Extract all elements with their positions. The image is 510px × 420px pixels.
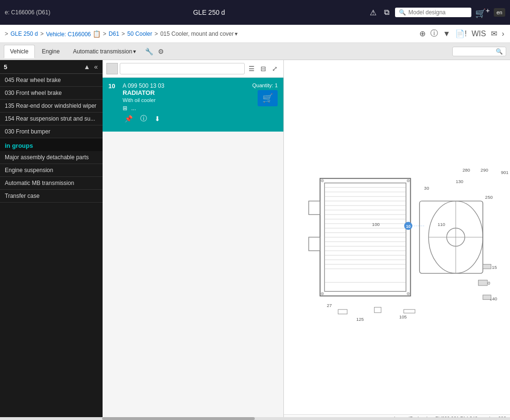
download-btn[interactable]: ⬇ — [153, 114, 162, 123]
sidebar-section-header: in groups — [0, 138, 103, 151]
svg-rect-27 — [309, 201, 320, 215]
diagram-panel: 280 290 901 130 30 250 10 110 100 15 40 … — [284, 60, 510, 420]
svg-rect-54 — [479, 280, 488, 286]
breadcrumb-current-dropdown[interactable]: 015 Cooler, mount and cover ▾ — [160, 31, 238, 37]
steering-icon-btn[interactable]: ⚙ — [156, 46, 166, 57]
svg-text:27: 27 — [327, 303, 332, 308]
svg-rect-28 — [309, 237, 320, 251]
tab-vehicle[interactable]: Vehicle — [4, 45, 35, 58]
svg-text:105: 105 — [399, 314, 407, 319]
sidebar-item-2[interactable]: 135 Rear-end door windshield wiper — [0, 100, 103, 113]
sidebar-group-2[interactable]: Automatic MB transmission — [0, 177, 103, 190]
diagram-area: 280 290 901 130 30 250 10 110 100 15 40 … — [284, 60, 510, 414]
dots: ... — [131, 105, 136, 112]
breadcrumb-cooler[interactable]: 50 Cooler — [127, 31, 152, 37]
filter-icon-btn[interactable]: ▼ — [442, 29, 451, 39]
svg-point-50 — [321, 292, 324, 295]
breadcrumb-sep: > — [5, 31, 8, 37]
chevron-down-icon-tab: ▾ — [133, 48, 136, 55]
sidebar-group-0[interactable]: Major assembly detachable parts — [0, 151, 103, 164]
breadcrumb-vehicle[interactable]: Vehicle: C166006 📋 — [46, 30, 100, 38]
model-search-input[interactable] — [408, 9, 466, 16]
breadcrumb-gle[interactable]: GLE 250 d — [10, 31, 38, 37]
search-icon-tab: 🔍 — [496, 48, 503, 55]
language-button[interactable]: en — [494, 8, 505, 17]
part-action-buttons: 📌 ⓘ ⬇ — [123, 113, 248, 124]
tab-bar: Vehicle Engine Automatic transmission ▾ … — [0, 43, 510, 60]
breadcrumb: > GLE 250 d > Vehicle: C166006 📋 > D61 >… — [0, 25, 510, 43]
cart-button[interactable]: 🛒+ — [475, 6, 490, 19]
center-panel: ☰ ⊟ ⤢ 10 A 099 500 13 03 RADIATOR With o… — [103, 60, 284, 420]
svg-text:10: 10 — [406, 224, 411, 229]
grid-view-btn[interactable]: ⊟ — [259, 64, 268, 73]
svg-point-51 — [407, 292, 410, 295]
vehicle-id: e: C166006 (D61) — [5, 9, 50, 16]
svg-text:250: 250 — [485, 195, 493, 200]
breadcrumb-tools: ⊕ ⓘ ▼ 📄! WIS ✉ › — [418, 28, 505, 40]
part-actions: ⊞ ... — [123, 105, 248, 112]
wrench-icon-btn[interactable]: 🔧 — [143, 46, 155, 57]
sidebar-group-1[interactable]: Engine suspension — [0, 164, 103, 177]
breadcrumb-d61[interactable]: D61 — [109, 31, 119, 37]
svg-text:290: 290 — [480, 167, 488, 173]
sidebar-header: 5 ▲ « — [0, 60, 103, 74]
part-quantity: Quantity: 1 🛒 — [252, 82, 278, 106]
sidebar-item-1[interactable]: 030 Front wheel brake — [0, 87, 103, 100]
part-toolbar: ☰ ⊟ ⤢ — [103, 60, 283, 78]
part-name: RADIATOR — [123, 89, 248, 96]
zoom-in-icon-btn[interactable]: ⊕ — [418, 28, 427, 39]
info-icon-btn[interactable]: ⓘ — [429, 28, 439, 40]
search-icon: 🔍 — [399, 9, 406, 16]
copy-icon-btn[interactable]: ⧉ — [382, 7, 391, 18]
svg-text:110: 110 — [437, 222, 445, 227]
expand-view-btn[interactable]: ⤢ — [270, 64, 280, 73]
svg-text:901: 901 — [501, 170, 509, 175]
quantity-label: Quantity: 1 — [252, 82, 278, 88]
svg-rect-30 — [375, 307, 381, 312]
part-number: 10 — [108, 82, 118, 90]
breadcrumb-current-label: 015 Cooler, mount and cover — [160, 31, 234, 37]
part-entry: 10 A 099 500 13 03 RADIATOR With oil coo… — [103, 78, 283, 132]
doc-alert-icon-btn[interactable]: 📄! — [454, 28, 468, 39]
sidebar-list: 045 Rear wheel brake 030 Front wheel bra… — [0, 74, 103, 420]
add-to-cart-btn[interactable]: 🛒 — [258, 90, 278, 106]
svg-text:280: 280 — [462, 167, 470, 173]
diagram-svg: 280 290 901 130 30 250 10 110 100 15 40 … — [284, 60, 510, 414]
sidebar: 5 ▲ « 045 Rear wheel brake 030 Front whe… — [0, 60, 103, 420]
wis-icon-btn[interactable]: WIS — [470, 29, 487, 39]
list-view-btn[interactable]: ☰ — [247, 64, 257, 73]
model-search-box[interactable]: 🔍 — [395, 8, 471, 17]
mail-icon-btn[interactable]: ✉ — [490, 28, 498, 39]
main-layout: 5 ▲ « 045 Rear wheel brake 030 Front whe… — [0, 60, 510, 420]
top-bar-icons: ⚠ ⧉ 🔍 🛒+ en — [368, 6, 505, 19]
model-name: GLE 250 d — [60, 9, 358, 16]
info-btn[interactable]: ⓘ — [138, 113, 149, 124]
horizontal-scrollbar[interactable] — [0, 417, 510, 420]
tab-engine[interactable]: Engine — [36, 45, 66, 58]
svg-text:15: 15 — [492, 265, 497, 270]
svg-rect-29 — [338, 309, 347, 314]
pin-btn[interactable]: 📌 — [123, 114, 135, 123]
svg-text:125: 125 — [356, 317, 364, 322]
sidebar-collapse-left-btn[interactable]: « — [93, 63, 99, 71]
sidebar-item-3[interactable]: 154 Rear suspension strut and su... — [0, 113, 103, 125]
top-bar: e: C166006 (D61) GLE 250 d ⚠ ⧉ 🔍 🛒+ en — [0, 0, 510, 25]
table-icon: ⊞ — [123, 105, 127, 112]
warning-icon-btn[interactable]: ⚠ — [368, 7, 378, 18]
sidebar-item-front-bumper[interactable]: 030 Front bumper — [0, 125, 103, 138]
more-icon-btn[interactable]: › — [501, 29, 505, 39]
svg-text:100: 100 — [372, 222, 380, 227]
scrollbar-thumb[interactable] — [102, 417, 255, 420]
tab-search-input[interactable] — [456, 48, 494, 55]
chevron-down-icon: ▾ — [235, 31, 238, 37]
sidebar-item-0[interactable]: 045 Rear wheel brake — [0, 74, 103, 87]
tab-search-box[interactable]: 🔍 — [452, 47, 506, 56]
tab-automatic-transmission[interactable]: Automatic transmission ▾ — [67, 45, 142, 58]
part-search-input[interactable] — [120, 63, 245, 74]
svg-rect-55 — [483, 295, 491, 299]
svg-text:30: 30 — [424, 185, 429, 191]
sidebar-group-3[interactable]: Transfer case — [0, 190, 103, 203]
sidebar-collapse-up-btn[interactable]: ▲ — [83, 63, 91, 71]
svg-text:130: 130 — [456, 179, 463, 184]
sidebar-controls: ▲ « — [83, 63, 99, 71]
